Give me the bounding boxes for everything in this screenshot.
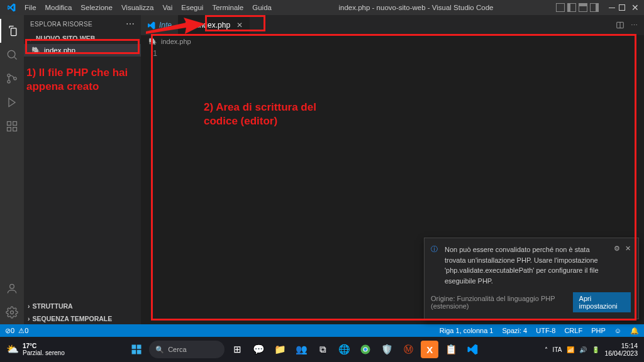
battery-icon[interactable]: 🔋 [592,346,599,353]
more-icon[interactable]: ⋯ [631,21,638,30]
extensions-icon[interactable] [0,114,24,138]
close-icon[interactable]: ✕ [629,3,641,12]
php-file-icon: 🐘 [148,38,157,46]
encoding-status[interactable]: UTF-8 [536,327,555,334]
tab-inactive[interactable]: Inte [141,15,179,35]
windows-taskbar: ⛅ 17°C Parzial. sereno 🔍 Cerca ⊞ 💬 📁 👥 ⧉… [0,337,644,362]
clock[interactable]: 15:14 16/04/2023 [604,342,638,357]
task-view-icon[interactable]: ⊞ [228,341,246,358]
cursor-position[interactable]: Riga 1, colonna 1 [440,327,494,334]
breadcrumb-label: index.php [161,38,191,45]
language-status[interactable]: PHP [591,327,606,334]
php-file-icon: 🐘 [31,47,40,55]
tab-index-php[interactable]: 🐘 index.php ✕ [179,15,250,35]
svg-point-3 [14,77,16,80]
menu-edit[interactable]: Modifica [41,0,77,15]
layout-controls [556,3,599,12]
svg-point-2 [8,80,10,83]
tab-label: Inte [159,21,172,30]
svg-rect-5 [8,128,11,131]
sidebar-header: ESPLORA RISORSE ⋯ [24,15,141,33]
app-icon[interactable]: Ⓜ [399,341,417,358]
svg-rect-13 [132,350,136,354]
indent-status[interactable]: Spazi: 4 [502,327,527,334]
notifications-icon[interactable]: 🔔 [630,327,639,335]
weather-widget[interactable]: ⛅ 17°C Parzial. sereno [6,343,65,356]
file-row-index-php[interactable]: 🐘 index.php [24,44,141,57]
svg-rect-7 [13,122,17,126]
warnings-status[interactable]: ⚠ 0 [18,327,28,335]
weather-desc: Parzial. sereno [23,349,65,356]
menu-bar: File Modifica Selezione Visualizza Vai E… [20,0,276,15]
menu-help[interactable]: Guida [248,0,276,15]
explorer-icon[interactable]: 📁 [271,341,289,358]
svg-rect-12 [137,345,142,349]
layout-icon[interactable] [590,3,599,12]
maximize-icon[interactable] [619,4,625,11]
chrome-icon[interactable] [357,341,374,358]
outline-section[interactable]: › STRUTTURA [24,299,141,312]
menu-file[interactable]: File [20,0,41,15]
explorer-icon[interactable] [0,19,24,43]
menu-go[interactable]: Vai [158,0,177,15]
line-gutter: 1 [141,48,165,324]
info-icon: ⓘ [431,244,440,286]
source-control-icon[interactable] [0,67,24,90]
open-settings-button[interactable]: Apri impostazioni [573,292,631,312]
terminal-icon[interactable]: ⧉ [314,341,331,358]
chat-icon[interactable]: 💬 [250,341,267,358]
explorer-sidebar: ESPLORA RISORSE ⋯ ⌄ NUOVO-SITO-WEB 🐘 ind… [24,15,141,324]
edge-icon[interactable]: 🌐 [335,341,353,358]
php-file-icon: 🐘 [185,21,194,30]
volume-icon[interactable]: 🔊 [579,346,587,353]
window-title: index.php - nuovo-sito-web - Visual Stud… [276,4,556,11]
chevron-down-icon: ⌄ [28,35,33,42]
account-icon[interactable] [0,277,24,300]
menu-run[interactable]: Esegui [177,0,208,15]
app-icon[interactable]: 🛡️ [378,341,396,358]
language-indicator[interactable]: ITA [553,346,562,353]
start-button[interactable] [128,341,145,358]
close-icon[interactable]: ✕ [625,244,631,286]
folder-row[interactable]: ⌄ NUOVO-SITO-WEB [24,33,141,44]
taskbar-search[interactable]: 🔍 Cerca [149,341,225,358]
run-debug-icon[interactable] [0,90,24,114]
sidebar-title: ESPLORA RISORSE [30,21,92,28]
wifi-icon[interactable]: 📶 [567,346,574,353]
tray-chevron-icon[interactable]: ˄ [545,346,548,353]
date: 16/04/2023 [604,349,638,357]
timeline-section[interactable]: › SEQUENZA TEMPORALE [24,312,141,324]
minimize-icon[interactable] [609,8,615,8]
vscode-icon[interactable] [464,341,481,358]
layout-icon[interactable] [579,3,587,12]
more-icon[interactable]: ⋯ [126,19,135,29]
activity-bar [0,15,24,324]
folder-name: NUOVO-SITO-WEB [36,35,95,42]
teams-icon[interactable]: 👥 [292,341,310,358]
feedback-icon[interactable]: ☺ [614,327,621,334]
breadcrumb[interactable]: 🐘 index.php [141,35,644,48]
layout-icon[interactable] [556,3,565,12]
xampp-icon[interactable]: X [421,341,438,358]
file-name: index.php [44,47,75,54]
gear-icon[interactable]: ⚙ [614,244,620,286]
errors-status[interactable]: ⊘ 0 [5,327,14,335]
eol-status[interactable]: CRLF [564,327,582,334]
menu-view[interactable]: Visualizza [117,0,158,15]
vscode-logo-icon [6,3,16,13]
split-editor-icon[interactable] [616,21,625,30]
titlebar: File Modifica Selezione Visualizza Vai E… [0,0,644,15]
layout-icon[interactable] [567,3,576,12]
settings-icon[interactable] [0,300,24,324]
notification-source: Origine: Funzionalità del linguaggio PHP… [431,295,573,310]
search-icon[interactable] [0,43,24,67]
temperature: 17°C [23,343,65,349]
menu-selection[interactable]: Selezione [76,0,117,15]
close-tab-icon[interactable]: ✕ [236,21,243,30]
svg-point-1 [8,74,10,77]
menu-terminal[interactable]: Terminale [208,0,248,15]
time: 15:14 [604,342,638,349]
warning-count: 0 [25,327,28,334]
app-icon[interactable]: 📋 [442,341,460,358]
tab-label: index.php [197,21,230,30]
